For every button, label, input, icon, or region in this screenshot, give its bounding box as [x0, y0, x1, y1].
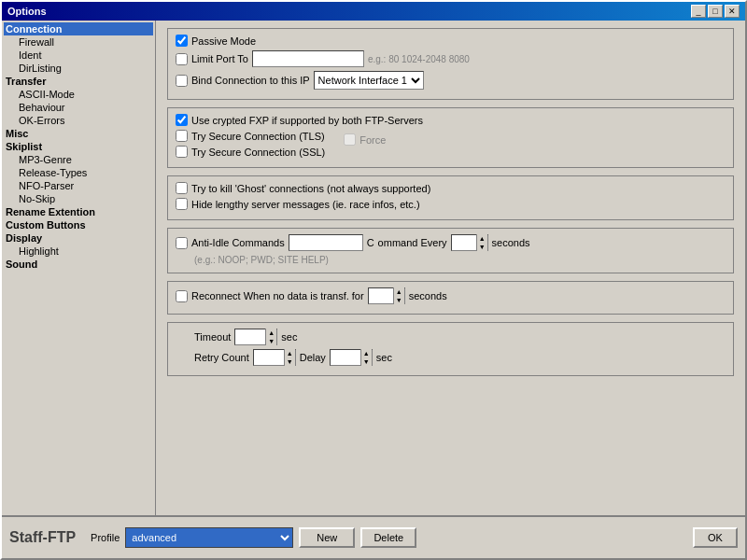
sidebar-item-ident[interactable]: Ident	[4, 49, 153, 62]
try-ssl-row: Try Secure Connection (SSL)	[176, 146, 325, 158]
delay-down[interactable]: ▼	[361, 357, 372, 366]
timeout-label: Timeout	[194, 331, 231, 343]
timeout-down[interactable]: ▼	[266, 337, 276, 345]
limit-port-hint: e.g.: 80 1024-2048 8080	[368, 54, 470, 64]
command-every-label: C	[367, 237, 374, 248]
bind-connection-label: Bind Connection to this IP	[191, 75, 310, 86]
sidebar-item-display[interactable]: Display	[4, 231, 153, 245]
delay-label: Delay	[300, 352, 326, 363]
sidebar-item-skiplist[interactable]: Skiplist	[4, 140, 153, 153]
timeout-up[interactable]: ▲	[266, 329, 276, 337]
sidebar-item-behaviour[interactable]: Behaviour	[4, 101, 153, 114]
timeout-input[interactable]: 150	[235, 329, 265, 344]
sidebar-item-misc[interactable]: Misc	[4, 127, 153, 140]
close-button[interactable]: ✕	[725, 5, 740, 18]
retry-up[interactable]: ▲	[285, 349, 295, 357]
secure-section: Use crypted FXP if supported by both FTP…	[167, 107, 734, 168]
network-interface-select[interactable]: Network Interface 1	[314, 71, 424, 90]
passive-mode-label: Passive Mode	[191, 35, 256, 47]
limit-port-row: Limit Port To 1025 e.g.: 80 1024-2048 80…	[176, 50, 726, 67]
sidebar-item-connection[interactable]: Connection	[4, 22, 153, 35]
limit-port-label: Limit Port To	[191, 53, 248, 64]
kill-ghost-row: Try to kill 'Ghost' connections (not alw…	[176, 182, 726, 194]
new-button[interactable]: New	[299, 527, 355, 548]
title-bar: Options _ □ ✕	[2, 2, 745, 21]
timeout-row: Timeout 150 ▲ ▼ sec	[176, 329, 726, 345]
seconds-label: seconds	[492, 237, 530, 248]
delete-button[interactable]: Delete	[360, 527, 416, 548]
try-ssl-label: Try Secure Connection (SSL)	[191, 147, 325, 158]
sidebar-item-custom-buttons[interactable]: Custom Buttons	[4, 218, 153, 231]
delay-up[interactable]: ▲	[361, 349, 372, 357]
passive-mode-checkbox[interactable]	[176, 35, 188, 47]
reconnect-up[interactable]: ▲	[394, 287, 404, 296]
command-every-arrows: ▲ ▼	[476, 234, 487, 251]
command-every-up[interactable]: ▲	[477, 234, 487, 243]
anti-idle-checkbox[interactable]	[176, 237, 188, 249]
kill-ghost-label: Try to kill 'Ghost' connections (not alw…	[191, 183, 430, 194]
hide-messages-checkbox[interactable]	[176, 198, 188, 210]
sidebar-item-nfo-parser[interactable]: NFO-Parser	[4, 179, 153, 192]
delay-input[interactable]: 10	[331, 350, 360, 365]
timeout-arrows: ▲ ▼	[265, 329, 276, 345]
anti-idle-section: Anti-Idle Commands noop Command Every 90…	[167, 228, 734, 273]
try-tls-label: Try Secure Connection (TLS)	[191, 131, 325, 142]
sidebar-item-firewall[interactable]: Firewall	[4, 35, 153, 49]
delay-spinbox: 10 ▲ ▼	[330, 349, 373, 366]
force-checkbox[interactable]	[344, 133, 356, 146]
try-tls-row: Try Secure Connection (TLS)	[176, 130, 325, 142]
anti-idle-row: Anti-Idle Commands noop Command Every 90…	[176, 234, 726, 251]
bottom-bar: Staff-FTP Profile advanced default New D…	[2, 515, 745, 558]
try-ssl-checkbox[interactable]	[176, 146, 188, 158]
reconnect-input[interactable]: 60	[369, 288, 393, 303]
sidebar-item-no-skip[interactable]: No-Skip	[4, 192, 153, 205]
profile-label: Profile	[91, 532, 120, 543]
sidebar-item-highlight[interactable]: Highlight	[4, 245, 153, 258]
try-tls-checkbox[interactable]	[176, 130, 188, 142]
content-area: Connection Firewall Ident DirListing Tra…	[2, 21, 745, 515]
sidebar-item-mp3-genre[interactable]: MP3-Genre	[4, 153, 153, 166]
timeout-section: Timeout 150 ▲ ▼ sec Retry Count 10	[167, 322, 734, 376]
limit-port-input[interactable]: 1025	[252, 50, 364, 67]
anti-idle-hint: (e.g.: NOOP; PWD; SITE HELP)	[176, 255, 726, 265]
use-crypted-checkbox[interactable]	[176, 114, 188, 126]
anti-idle-input[interactable]: noop	[289, 234, 363, 251]
maximize-button[interactable]: □	[708, 5, 723, 18]
reconnect-seconds-label: seconds	[409, 290, 447, 301]
sidebar-item-dirlisting[interactable]: DirListing	[4, 62, 153, 75]
force-row: Force	[344, 133, 386, 146]
retry-arrows: ▲ ▼	[284, 349, 295, 366]
reconnect-row: Reconnect When no data is transf. for 60…	[176, 287, 726, 304]
hide-messages-row: Hide lengthy server messages (ie. race i…	[176, 198, 726, 210]
sidebar-item-transfer[interactable]: Transfer	[4, 75, 153, 88]
kill-ghost-checkbox[interactable]	[176, 182, 188, 194]
anti-idle-label: Anti-Idle Commands	[191, 237, 285, 248]
retry-input[interactable]: 10	[254, 350, 284, 365]
passive-mode-row: Passive Mode	[176, 35, 726, 47]
sidebar: Connection Firewall Ident DirListing Tra…	[2, 21, 156, 515]
reconnect-down[interactable]: ▼	[394, 296, 404, 304]
reconnect-spinbox: 60 ▲ ▼	[368, 287, 405, 304]
sidebar-item-release-types[interactable]: Release-Types	[4, 166, 153, 179]
sidebar-item-ascii-mode[interactable]: ASCII-Mode	[4, 88, 153, 101]
delay-arrows: ▲ ▼	[360, 349, 372, 366]
command-every-input[interactable]: 90	[452, 235, 476, 250]
ok-button[interactable]: OK	[693, 527, 738, 548]
title-bar-buttons: _ □ ✕	[691, 5, 740, 18]
main-panel: Passive Mode Limit Port To 1025 e.g.: 80…	[156, 21, 745, 515]
retry-spinbox: 10 ▲ ▼	[253, 349, 296, 366]
connection-section: Passive Mode Limit Port To 1025 e.g.: 80…	[167, 28, 734, 100]
retry-down[interactable]: ▼	[285, 357, 295, 366]
sidebar-item-sound[interactable]: Sound	[4, 258, 153, 271]
reconnect-checkbox[interactable]	[176, 290, 188, 302]
command-every-down[interactable]: ▼	[477, 243, 487, 251]
hide-messages-label: Hide lengthy server messages (ie. race i…	[191, 199, 420, 210]
sidebar-item-ok-errors[interactable]: OK-Errors	[4, 114, 153, 127]
sidebar-item-rename-extention[interactable]: Rename Extention	[4, 205, 153, 218]
profile-select[interactable]: advanced default	[125, 527, 293, 548]
branding-label: Staff-FTP	[9, 529, 76, 546]
timeout-sec-label: sec	[281, 331, 297, 343]
bind-connection-checkbox[interactable]	[176, 75, 188, 87]
minimize-button[interactable]: _	[691, 5, 706, 18]
limit-port-checkbox[interactable]	[176, 53, 188, 65]
